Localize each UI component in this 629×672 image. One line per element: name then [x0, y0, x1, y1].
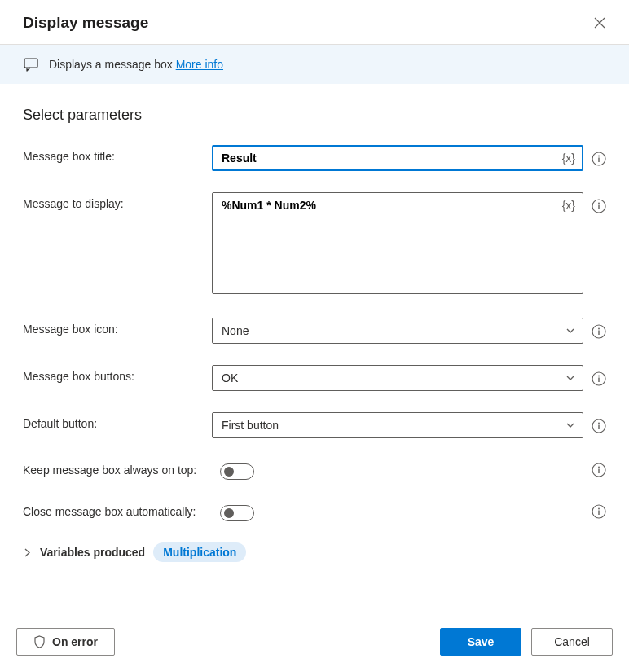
variables-produced-label: Variables produced: [40, 546, 145, 559]
close-button[interactable]: [590, 13, 609, 33]
info-icon[interactable]: [592, 419, 606, 433]
select-buttons[interactable]: OK: [212, 365, 583, 391]
svg-rect-12: [598, 378, 599, 383]
svg-rect-15: [598, 425, 599, 430]
section-title: Select parameters: [23, 107, 606, 124]
more-info-link[interactable]: More info: [176, 58, 223, 71]
svg-rect-0: [24, 59, 37, 68]
shield-icon: [33, 635, 46, 648]
svg-rect-9: [598, 331, 599, 336]
on-error-button[interactable]: On error: [16, 628, 115, 656]
label-auto-close: Close message box automatically:: [23, 505, 212, 518]
svg-rect-18: [598, 468, 599, 473]
svg-point-5: [598, 203, 600, 204]
svg-point-14: [598, 423, 600, 424]
info-icon[interactable]: [592, 324, 606, 339]
input-message[interactable]: [212, 192, 583, 294]
toggle-knob: [224, 508, 234, 518]
row-icon: Message box icon: None: [23, 318, 606, 344]
svg-point-8: [598, 328, 600, 330]
variable-picker-icon[interactable]: {x}: [562, 152, 575, 165]
save-button[interactable]: Save: [440, 628, 521, 656]
label-message: Message to display:: [23, 192, 212, 210]
message-icon: [23, 56, 39, 72]
variable-badge[interactable]: Multiplication: [153, 542, 246, 562]
info-banner: Displays a message box More info: [0, 45, 629, 84]
dialog-footer: On error Save Cancel: [0, 613, 629, 672]
info-icon[interactable]: [592, 152, 606, 166]
row-always-on-top: Keep message box always on top:: [23, 459, 606, 480]
row-default-button: Default button: First button: [23, 412, 606, 438]
label-icon: Message box icon:: [23, 318, 212, 336]
chevron-right-icon: [23, 548, 32, 557]
banner-text: Displays a message box More info: [49, 58, 223, 71]
info-icon[interactable]: [592, 199, 606, 213]
variables-produced-row[interactable]: Variables produced Multiplication: [23, 542, 606, 562]
dialog-content: Select parameters Message box title: {x}…: [0, 84, 629, 613]
select-default-button[interactable]: First button: [212, 412, 583, 438]
info-icon[interactable]: [592, 504, 606, 519]
info-icon[interactable]: [592, 371, 606, 386]
svg-point-11: [598, 376, 600, 377]
label-buttons: Message box buttons:: [23, 365, 212, 383]
toggle-knob: [224, 467, 234, 477]
label-title: Message box title:: [23, 145, 212, 163]
svg-rect-3: [598, 158, 599, 163]
svg-rect-6: [598, 205, 599, 210]
close-icon: [594, 17, 605, 29]
label-default-button: Default button:: [23, 412, 212, 430]
dialog-header: Display message: [0, 0, 629, 45]
info-icon[interactable]: [592, 463, 606, 477]
svg-point-2: [598, 156, 600, 157]
row-message: Message to display: {x}: [23, 192, 606, 296]
input-title[interactable]: [212, 145, 583, 171]
svg-rect-21: [598, 510, 599, 515]
svg-point-20: [598, 507, 600, 509]
dialog-title: Display message: [23, 14, 148, 32]
cancel-button[interactable]: Cancel: [531, 628, 613, 656]
svg-point-17: [598, 466, 600, 468]
row-title: Message box title: {x}: [23, 145, 606, 171]
toggle-always-on-top[interactable]: [220, 463, 254, 480]
select-icon[interactable]: None: [212, 318, 583, 344]
label-always-on-top: Keep message box always on top:: [23, 463, 212, 477]
toggle-auto-close[interactable]: [220, 505, 254, 521]
row-auto-close: Close message box automatically:: [23, 501, 606, 521]
row-buttons: Message box buttons: OK: [23, 365, 606, 391]
variable-picker-icon[interactable]: {x}: [562, 199, 575, 212]
